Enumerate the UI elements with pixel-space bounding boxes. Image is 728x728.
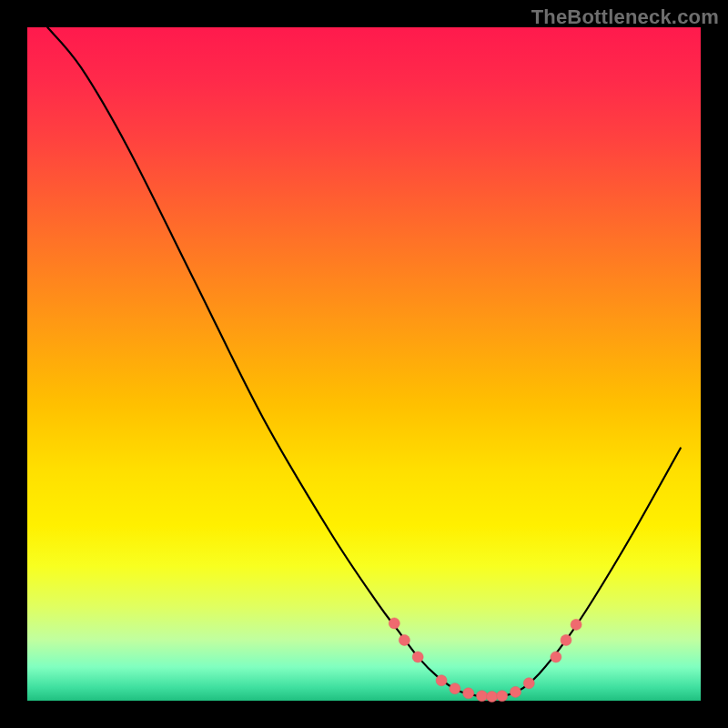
curve-marker xyxy=(571,619,581,630)
curve-marker xyxy=(399,634,410,645)
curve-marker xyxy=(463,688,474,699)
curve-marker xyxy=(389,618,399,629)
curve-marker xyxy=(487,692,498,703)
curve-markers xyxy=(389,618,581,703)
curve-marker xyxy=(561,634,571,645)
curve-marker xyxy=(497,691,508,702)
bottleneck-curve xyxy=(47,27,681,697)
curve-marker xyxy=(477,691,488,702)
curve-marker xyxy=(412,652,423,662)
curve-marker xyxy=(450,683,460,694)
curve-marker xyxy=(551,652,561,662)
chart-frame: TheBottleneck.com xyxy=(0,0,728,728)
curve-marker xyxy=(511,686,521,697)
watermark-text: TheBottleneck.com xyxy=(531,5,719,29)
curve-marker xyxy=(523,678,534,689)
chart-svg xyxy=(27,27,701,701)
curve-marker xyxy=(436,675,447,686)
